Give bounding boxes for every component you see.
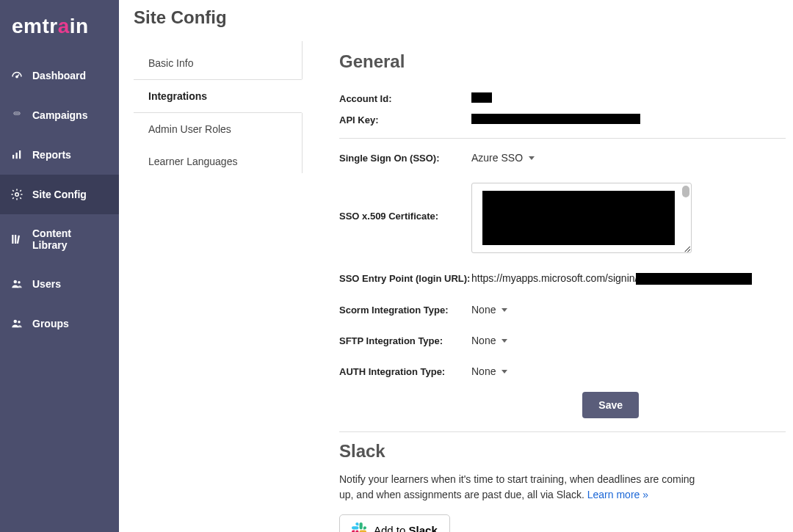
tab-learner-languages[interactable]: Learner Languages (134, 145, 302, 178)
row-account-id: Account Id: (339, 88, 786, 109)
row-api-key: API Key: (339, 109, 786, 131)
entry-value-container: https://myapps.microsoft.com/signin/ (471, 272, 786, 285)
api-key-label: API Key: (339, 114, 471, 125)
books-icon (10, 233, 23, 246)
sidebar-item-dashboard[interactable]: Dashboard (0, 56, 119, 95)
scorm-value: None (471, 304, 496, 316)
svg-point-4 (18, 113, 19, 114)
sftp-dropdown[interactable]: None (471, 335, 507, 346)
users-icon (10, 277, 23, 291)
svg-point-12 (14, 280, 18, 284)
add-to-slack-button[interactable]: Add to Slack (339, 514, 450, 532)
learn-more-link[interactable]: Learn more » (587, 489, 648, 500)
chevron-down-icon (501, 370, 507, 374)
row-scorm: Scorm Integration Type: None (339, 299, 786, 320)
page-title: Site Config (134, 7, 793, 28)
chevron-down-icon (501, 339, 507, 343)
account-id-value (471, 92, 786, 105)
svg-rect-10 (15, 235, 16, 244)
scrollbar-thumb[interactable] (682, 186, 689, 197)
svg-point-13 (18, 281, 20, 283)
divider (339, 431, 786, 432)
groups-icon (10, 317, 23, 330)
sidebar-item-label: Groups (32, 318, 69, 329)
resize-handle[interactable] (683, 244, 690, 252)
campaigns-icon (10, 109, 23, 122)
svg-rect-5 (12, 155, 14, 158)
sidebar-item-groups[interactable]: Groups (0, 304, 119, 343)
integrations-panel: General Account Id: API Key: Single Sign… (339, 41, 793, 532)
svg-point-3 (17, 113, 18, 114)
auth-value: None (471, 365, 496, 377)
row-cert: SSO x.509 Certificate: (339, 178, 786, 258)
svg-point-2 (15, 113, 15, 114)
svg-rect-11 (17, 236, 20, 244)
sidebar-item-reports[interactable]: Reports (0, 135, 119, 175)
slack-heading: Slack (339, 441, 786, 462)
svg-point-15 (18, 321, 20, 323)
svg-rect-7 (19, 150, 21, 158)
brand-logo: emtrain (0, 10, 119, 56)
sidebar-item-label: Users (32, 278, 61, 290)
divider (339, 138, 786, 139)
sidebar-item-label: Campaigns (32, 109, 87, 121)
sidebar-item-site-config[interactable]: Site Config (0, 175, 119, 214)
sftp-value: None (471, 335, 496, 346)
sidebar-item-label: Content Library (32, 227, 109, 251)
main-content: Site Config Basic Info Integrations Admi… (119, 0, 793, 532)
sftp-label: SFTP Integration Type: (339, 335, 471, 346)
sso-dropdown[interactable]: Azure SSO (471, 152, 535, 164)
scorm-dropdown[interactable]: None (471, 304, 507, 316)
general-heading: General (339, 51, 786, 72)
tab-basic-info[interactable]: Basic Info (134, 47, 302, 79)
sidebar-item-label: Reports (32, 149, 71, 161)
svg-point-14 (14, 320, 18, 324)
account-id-label: Account Id: (339, 93, 471, 104)
cert-textarea[interactable] (471, 183, 692, 253)
chevron-down-icon (501, 308, 507, 312)
sidebar-item-content-library[interactable]: Content Library (0, 214, 119, 264)
sso-label: Single Sign On (SSO): (339, 153, 471, 164)
sidebar-item-label: Dashboard (32, 70, 86, 81)
redacted-value (482, 191, 675, 245)
auth-label: AUTH Integration Type: (339, 366, 471, 377)
row-auth: AUTH Integration Type: None (339, 361, 786, 382)
row-sftp: SFTP Integration Type: None (339, 330, 786, 351)
tab-admin-user-roles[interactable]: Admin User Roles (134, 113, 302, 145)
bar-chart-icon (10, 148, 23, 161)
slack-icon (352, 522, 366, 532)
sidebar-item-campaigns[interactable]: Campaigns (0, 95, 119, 135)
row-entry-point: SSO Entry Point (login URL): https://mya… (339, 268, 786, 289)
redacted-value (471, 92, 492, 103)
save-button[interactable]: Save (582, 392, 639, 418)
scorm-label: Scorm Integration Type: (339, 305, 471, 316)
sso-value: Azure SSO (471, 152, 523, 164)
entry-url: https://myapps.microsoft.com/signin/ (471, 272, 637, 284)
slack-description: Notify your learners when it's time to s… (339, 472, 706, 503)
cert-label: SSO x.509 Certificate: (339, 183, 471, 222)
svg-rect-9 (12, 235, 13, 244)
slack-button-text: Add to Slack (374, 524, 438, 532)
auth-dropdown[interactable]: None (471, 365, 507, 377)
gear-icon (10, 188, 23, 201)
entry-label: SSO Entry Point (login URL): (339, 273, 471, 284)
tab-integrations[interactable]: Integrations (134, 79, 303, 113)
svg-rect-6 (16, 153, 18, 158)
row-sso: Single Sign On (SSO): Azure SSO (339, 147, 786, 168)
sidebar-item-label: Site Config (32, 189, 87, 200)
sidebar-item-users[interactable]: Users (0, 264, 119, 304)
config-tabs: Basic Info Integrations Admin User Roles… (134, 41, 303, 173)
redacted-value (471, 114, 640, 124)
svg-point-8 (15, 193, 19, 197)
main-nav: Dashboard Campaigns Reports Site Config (0, 56, 119, 343)
chevron-down-icon (529, 156, 535, 160)
gauge-icon (10, 69, 23, 82)
api-key-value (471, 114, 786, 126)
sidebar: emtrain Dashboard Campaigns Reports (0, 0, 119, 532)
redacted-value (636, 273, 752, 285)
